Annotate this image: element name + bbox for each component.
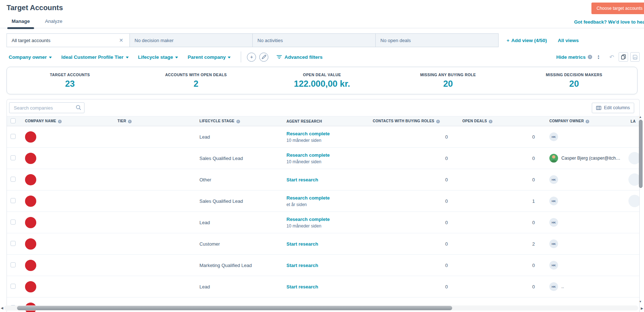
info-icon[interactable]: i	[236, 120, 240, 123]
select-all-checkbox[interactable]	[11, 118, 16, 123]
all-views-link[interactable]: All views	[558, 38, 579, 43]
company-logo[interactable]	[25, 238, 36, 250]
column-header-company-name[interactable]: COMPANY NAMEi	[21, 116, 114, 126]
table-row[interactable]: Customer Start research 0 2 HK	[7, 233, 640, 255]
info-icon[interactable]: i	[436, 120, 440, 123]
scroll-right-arrow-icon[interactable]: ▶	[641, 307, 643, 310]
company-logo[interactable]	[25, 260, 36, 271]
column-header-truncated[interactable]: LA	[622, 116, 640, 126]
agent-research-link[interactable]: Start research	[286, 263, 371, 268]
info-icon[interactable]: i	[58, 120, 62, 123]
choose-target-accounts-button[interactable]: Choose target accounts	[591, 3, 644, 14]
metric-value: 2	[133, 79, 259, 89]
info-icon[interactable]: i	[586, 120, 589, 123]
table-row[interactable]: Sales Qualified Lead Research complete e…	[7, 190, 640, 212]
chevron-down-icon	[49, 57, 52, 58]
table-row[interactable]: Lead Research complete 10 måneder siden …	[7, 212, 640, 233]
add-view-link[interactable]: +Add view (4/50)	[507, 38, 547, 43]
saved-views-bar: All target accounts ✕ No decision maker …	[7, 33, 644, 47]
filter-ideal-customer-profile-tier[interactable]: Ideal Customer Profile Tier	[61, 54, 129, 60]
agent-research-link[interactable]: Start research	[286, 177, 371, 182]
add-filter-button[interactable]: +	[247, 53, 256, 62]
row-checkbox[interactable]	[11, 134, 16, 139]
info-icon[interactable]: i	[128, 120, 132, 123]
metric-label: TARGET ACCOUNTS	[7, 73, 133, 77]
scroll-left-arrow-icon[interactable]: ◀	[1, 306, 3, 310]
agent-research-link[interactable]: Research complete	[286, 131, 371, 136]
lifecycle-stage-value: Customer	[199, 241, 220, 247]
save-view-button[interactable]	[630, 52, 640, 62]
agent-research-link[interactable]: Research complete	[286, 195, 371, 201]
company-logo[interactable]	[25, 281, 36, 292]
metric-label: OPEN DEAL VALUE	[259, 73, 385, 77]
tab-analyze[interactable]: Analyze	[40, 15, 67, 28]
vertical-scrollbar[interactable]: ▲ ▼	[639, 115, 643, 303]
agent-research-link[interactable]: Start research	[286, 241, 371, 247]
vertical-scrollbar-thumb[interactable]	[639, 120, 643, 188]
company-logo[interactable]	[25, 153, 36, 164]
companies-table: COMPANY NAMEi TIERi LIFECYCLE STAGEi AGE…	[7, 116, 640, 312]
filter-lifecycle-stage[interactable]: Lifecycle stage	[138, 54, 178, 60]
open-deals-count: 0	[532, 134, 535, 140]
horizontal-scrollbar-thumb[interactable]	[17, 306, 452, 310]
hide-metrics-toggle[interactable]: Hide metrics	[556, 54, 586, 60]
hidden-column-placeholder	[628, 152, 640, 164]
undo-button[interactable]: ↶	[607, 52, 616, 62]
view-tab-all-target-accounts[interactable]: All target accounts ✕	[7, 33, 130, 47]
clone-view-button[interactable]	[619, 52, 628, 62]
table-row[interactable]: Sales Qualified Lead Research complete 1…	[7, 148, 640, 169]
row-checkbox[interactable]	[11, 219, 16, 225]
scroll-down-arrow-icon[interactable]: ▼	[639, 300, 642, 303]
column-header-lifecycle-stage[interactable]: LIFECYCLE STAGEi	[197, 116, 285, 126]
company-logo[interactable]	[25, 174, 36, 185]
filter-parent-company[interactable]: Parent company	[187, 54, 231, 60]
filter-company-owner[interactable]: Company owner	[9, 54, 52, 60]
info-icon[interactable]: i	[588, 55, 592, 59]
column-header-tier[interactable]: TIERi	[114, 116, 197, 126]
contacts-count: 0	[445, 241, 448, 247]
open-deals-count: 1	[532, 198, 535, 204]
agent-research-link[interactable]: Research complete	[286, 152, 371, 158]
view-tab-no-open-deals[interactable]: No open deals	[375, 33, 499, 47]
row-checkbox[interactable]	[11, 177, 16, 182]
open-deals-count: 0	[532, 156, 535, 161]
edit-filters-button[interactable]	[259, 53, 268, 62]
column-header-agent-research[interactable]: AGENT RESEARCH	[285, 116, 371, 126]
edit-columns-button[interactable]: Edit columns	[592, 103, 634, 113]
collapse-metrics-control[interactable]: ▲▼	[597, 54, 600, 59]
row-checkbox[interactable]	[11, 284, 16, 289]
view-tab-no-activities[interactable]: No activities	[252, 33, 376, 47]
row-checkbox[interactable]	[11, 198, 16, 203]
table-row[interactable]: Lead Research complete 10 måneder siden …	[7, 126, 640, 148]
advanced-filters-button[interactable]: Advanced filters	[277, 54, 322, 60]
view-tab-no-decision-maker[interactable]: No decision maker	[129, 33, 253, 47]
feedback-link[interactable]: Got feedback? We'd love to hear	[574, 19, 644, 25]
research-timestamp: 10 måneder siden	[286, 159, 371, 164]
scroll-up-arrow-icon[interactable]: ▲	[639, 115, 642, 119]
agent-research-link[interactable]: Start research	[286, 284, 371, 290]
company-logo[interactable]	[25, 217, 36, 228]
column-header-contacts-with-buying-roles[interactable]: CONTACTS WITH BUYING ROLESi	[371, 116, 453, 126]
view-tab-label: No activities	[257, 38, 283, 43]
row-checkbox[interactable]	[11, 262, 16, 267]
row-checkbox[interactable]	[11, 241, 16, 246]
horizontal-scrollbar-track[interactable]	[4, 305, 638, 311]
agent-research-link[interactable]: Research complete	[286, 217, 371, 222]
close-icon[interactable]: ✕	[117, 37, 125, 44]
search-input[interactable]	[9, 102, 84, 113]
column-header-company-owner[interactable]: COMPANY OWNERi	[544, 116, 622, 126]
divider	[241, 52, 241, 62]
tab-manage[interactable]: Manage	[7, 15, 35, 28]
table-row[interactable]: Other Start research 0 0 HK	[7, 169, 640, 190]
info-icon[interactable]: i	[489, 120, 492, 123]
table-row[interactable]: Marketing Qualified Lead Start research …	[7, 255, 640, 276]
owner-name: ..	[561, 284, 564, 289]
company-logo[interactable]	[25, 131, 36, 143]
company-logo[interactable]	[25, 196, 36, 207]
column-header-open-deals[interactable]: OPEN DEALSi	[453, 116, 544, 126]
table-body: Lead Research complete 10 måneder siden …	[7, 126, 640, 312]
chevron-down-icon	[228, 57, 231, 58]
row-checkbox[interactable]	[11, 155, 16, 160]
table-row[interactable]: Lead Start research 0 0 HK..	[7, 276, 640, 297]
horizontal-scrollbar[interactable]: ◀	[1, 305, 638, 311]
